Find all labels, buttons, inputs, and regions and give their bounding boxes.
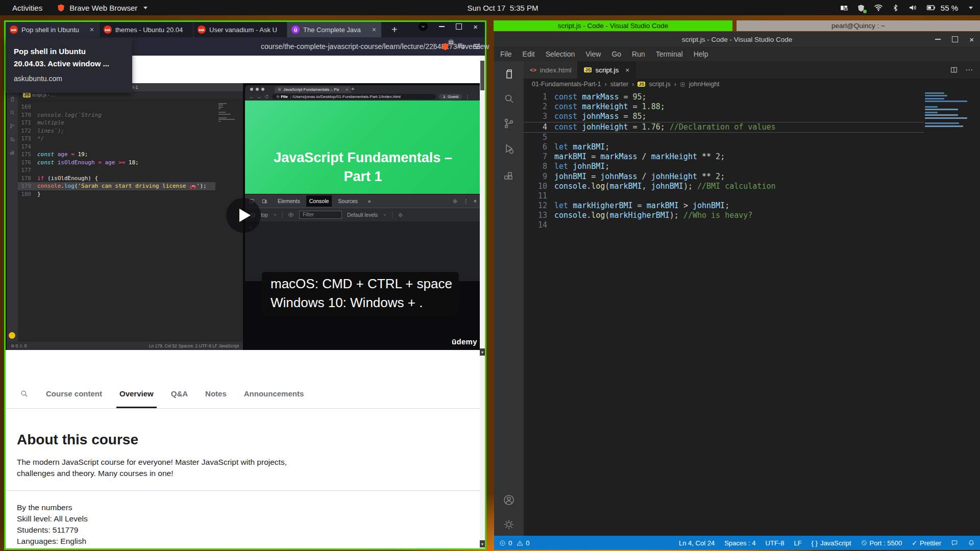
maximize-button[interactable] [952, 36, 958, 42]
settings-gear-icon[interactable] [503, 518, 515, 531]
app-menu-button[interactable]: Brave Web Browser [57, 4, 148, 12]
minimize-button[interactable] [439, 26, 445, 27]
code-line[interactable]: 11 [524, 191, 924, 201]
playlist-icon[interactable] [457, 42, 465, 51]
activities-button[interactable]: Activities [12, 4, 42, 12]
shell-tab-vscode[interactable]: script.js - Code - Visual Studio Code [494, 20, 732, 31]
code-line[interactable]: 9johnBMI = johnMass / johnHeight ** 2; [524, 172, 924, 182]
browser-tab[interactable]: ūThe Complete Java× [287, 22, 381, 37]
shell-tab-terminal[interactable]: pearl@Quincy : ~ [737, 20, 980, 31]
bell-icon[interactable] [968, 539, 975, 546]
code-line[interactable]: 2const markHeight = 1.88; [524, 102, 924, 112]
code-line[interactable]: 10console.log(markBMI, johnBMI); //BMI c… [524, 182, 924, 191]
scrollbar-thumb[interactable] [480, 61, 484, 90]
minimap[interactable] [925, 92, 972, 131]
tab-close-icon[interactable]: × [371, 26, 377, 34]
status-item[interactable]: Ln 4, Col 24 [679, 539, 715, 547]
course-nav-item[interactable]: Announcements [244, 379, 304, 408]
code-line[interactable]: 179console.log('Sarah can start driving … [18, 182, 215, 190]
status-item[interactable]: Port : 5500 [861, 539, 902, 547]
explorer-icon[interactable] [503, 68, 515, 81]
course-nav-item[interactable]: Notes [205, 379, 227, 408]
code-line[interactable]: 169 [18, 103, 215, 111]
code-line[interactable]: 170console.log(`String [18, 111, 215, 119]
status-item[interactable]: Spaces : 4 [724, 539, 755, 547]
run-debug-icon[interactable] [503, 143, 515, 155]
vscode-breadcrumb[interactable]: 01-Fundamentals-Part-1›starter›JSscript.… [524, 79, 980, 90]
tab-close-icon[interactable]: × [89, 26, 95, 34]
new-tab-button[interactable]: + [385, 24, 404, 36]
breadcrumb-item[interactable]: 01-Fundamentals-Part-1 [532, 81, 601, 88]
menu-edit[interactable]: Edit [523, 50, 535, 58]
code-line[interactable]: 180} [18, 190, 215, 198]
search-icon[interactable] [19, 389, 29, 398]
code-line[interactable]: 5 [524, 133, 924, 142]
code-line[interactable]: 174 [18, 143, 215, 151]
chevron-down-icon[interactable] [969, 7, 973, 9]
code-line[interactable]: 8let johnBMI; [524, 162, 924, 171]
editor-tab[interactable]: JSscript.js× [578, 61, 636, 79]
scroll-down-button[interactable]: ▼ [480, 540, 485, 547]
browser-tab[interactable]: askPop shell in Ubuntu× [6, 22, 100, 37]
battery-icon[interactable] [926, 3, 936, 13]
problems-status[interactable]: 0 0 [499, 539, 529, 547]
account-icon[interactable] [503, 494, 515, 506]
code-line[interactable]: 6let markBMI; [524, 142, 924, 152]
menu-help[interactable]: Help [694, 50, 708, 58]
status-item[interactable]: UTF-8 [766, 539, 785, 547]
bluetooth-icon[interactable] [892, 4, 899, 12]
volume-icon[interactable] [908, 3, 917, 12]
video-player[interactable]: entals-Part-1 JS script.js › … 169170con… [6, 83, 480, 350]
tab-close-icon[interactable]: × [625, 66, 629, 74]
feedback-icon[interactable] [951, 539, 958, 546]
menu-terminal[interactable]: Terminal [656, 50, 683, 58]
code-line[interactable]: 4const johnHeight = 1.76; //Declaration … [524, 122, 924, 133]
menu-file[interactable]: File [500, 50, 512, 58]
tab-search-button[interactable] [419, 22, 428, 31]
course-nav-item[interactable]: Course content [46, 379, 102, 408]
code-line[interactable]: 14 [524, 220, 924, 230]
breadcrumb-item[interactable]: starter [610, 81, 628, 88]
status-item[interactable]: { }JavaScript [812, 539, 851, 547]
clock[interactable]: Sun Oct 17 5:35 PM [467, 4, 538, 12]
code-line[interactable]: 12let markHigherBMI = markBMI > johnBMI; [524, 201, 924, 211]
status-item[interactable]: LF [794, 539, 801, 547]
tiling-icon[interactable] [840, 4, 848, 12]
menu-icon[interactable] [473, 42, 481, 51]
maximize-button[interactable] [456, 23, 462, 30]
vscode-titlebar[interactable]: script.js - Code - Visual Studio Code × [494, 32, 980, 47]
play-button[interactable] [226, 198, 261, 233]
code-line[interactable]: 177 [18, 166, 215, 174]
code-line[interactable]: 176const isOldEnough = age >= 18; [18, 159, 215, 167]
code-line[interactable]: 1const markMass = 95; [524, 92, 924, 102]
course-nav-item[interactable]: Overview [119, 379, 154, 408]
extensions-icon[interactable] [503, 169, 515, 182]
brave-shield-button[interactable]: 11 [441, 42, 450, 51]
scroll-down-button[interactable]: ▼ [480, 348, 485, 356]
code-line[interactable]: 7markBMI = markMass / markHeight ** 2; [524, 152, 924, 162]
code-line[interactable]: 3const johnMass = 85; [524, 112, 924, 121]
code-line[interactable]: 171multiple [18, 119, 215, 127]
vscode-editor[interactable]: 1const markMass = 95;2const markHeight =… [524, 90, 980, 536]
course-nav-item[interactable]: Q&A [171, 379, 188, 408]
shield-indicator[interactable] [857, 3, 865, 12]
menu-view[interactable]: View [585, 50, 601, 58]
minimize-button[interactable] [935, 39, 941, 40]
code-line[interactable]: 13console.log(markHigherBMI); //Who is h… [524, 211, 924, 220]
breadcrumb-item[interactable]: script.js [649, 81, 670, 88]
close-button[interactable]: × [969, 36, 974, 43]
menu-go[interactable]: Go [611, 50, 621, 58]
split-editor-icon[interactable] [950, 66, 958, 74]
status-item[interactable]: ✓Prettier [912, 539, 941, 547]
code-line[interactable]: 172lines`); [18, 127, 215, 135]
page-scrollbar[interactable]: ▼ ▼ [480, 56, 485, 548]
menu-selection[interactable]: Selection [546, 50, 575, 58]
code-line[interactable]: 178if (isOldEnough) { [18, 174, 215, 183]
source-control-icon[interactable] [503, 117, 515, 130]
breadcrumb-item[interactable]: johnHeight [689, 81, 720, 88]
code-line[interactable]: 173*/ [18, 135, 215, 143]
menu-run[interactable]: Run [632, 50, 645, 58]
browser-tab[interactable]: askthemes - Ubuntu 20.04 [100, 22, 193, 37]
editor-tab[interactable]: <>index.html [524, 61, 578, 79]
wifi-icon[interactable] [874, 3, 883, 12]
